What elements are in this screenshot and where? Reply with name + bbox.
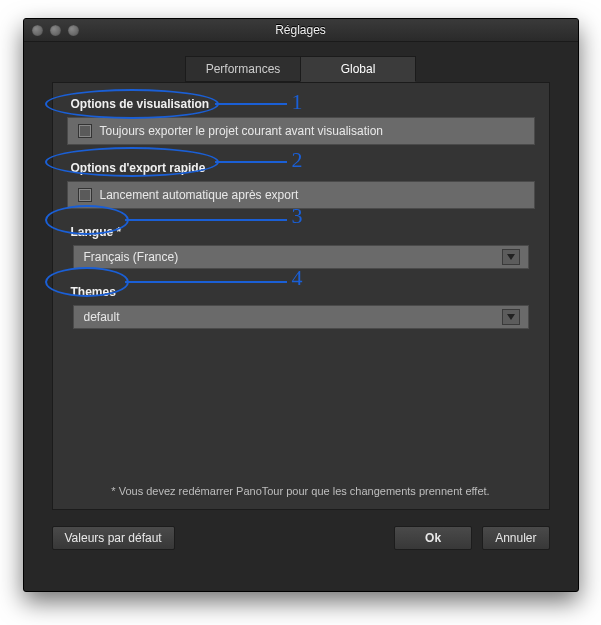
annotation-number-2: 2 (292, 147, 303, 173)
cancel-button[interactable]: Annuler (482, 526, 549, 550)
tab-performances[interactable]: Performances (185, 56, 301, 82)
language-selected: Français (France) (84, 250, 179, 264)
auto-launch-label: Lancement automatique après export (100, 188, 299, 202)
svg-marker-0 (507, 254, 515, 260)
annotation-leader-3 (125, 219, 287, 221)
chevron-down-icon (502, 309, 520, 325)
annotation-leader-2 (215, 161, 287, 163)
always-export-row[interactable]: Toujours exporter le projet courant avan… (67, 117, 535, 145)
themes-select[interactable]: default (73, 305, 529, 329)
annotation-leader-4 (125, 281, 287, 283)
view-options-heading: Options de visualisation (67, 97, 210, 111)
button-row: Valeurs par défaut Ok Annuler (52, 526, 550, 550)
titlebar: Réglages (24, 19, 578, 42)
chevron-down-icon (502, 249, 520, 265)
quick-export-heading: Options d'export rapide (67, 161, 206, 175)
tabbar: Performances Global (24, 56, 578, 82)
auto-launch-checkbox[interactable] (78, 188, 92, 202)
always-export-checkbox[interactable] (78, 124, 92, 138)
annotation-number-1: 1 (292, 89, 303, 115)
language-heading: Langue * (67, 225, 122, 239)
auto-launch-row[interactable]: Lancement automatique après export (67, 181, 535, 209)
minimize-icon[interactable] (50, 25, 61, 36)
window-title: Réglages (24, 23, 578, 37)
settings-window: Réglages Performances Global Options de … (23, 18, 579, 592)
themes-selected: default (84, 310, 120, 324)
defaults-button[interactable]: Valeurs par défaut (52, 526, 175, 550)
language-select[interactable]: Français (France) (73, 245, 529, 269)
tab-global[interactable]: Global (300, 56, 416, 82)
always-export-label: Toujours exporter le projet courant avan… (100, 124, 384, 138)
ok-button[interactable]: Ok (394, 526, 472, 550)
restart-note: * Vous devez redémarrer PanoTour pour qu… (53, 485, 549, 497)
zoom-icon[interactable] (68, 25, 79, 36)
global-panel: Options de visualisation Toujours export… (52, 82, 550, 510)
annotation-leader-1 (215, 103, 287, 105)
close-icon[interactable] (32, 25, 43, 36)
themes-heading: Themes (67, 285, 116, 299)
svg-marker-1 (507, 314, 515, 320)
